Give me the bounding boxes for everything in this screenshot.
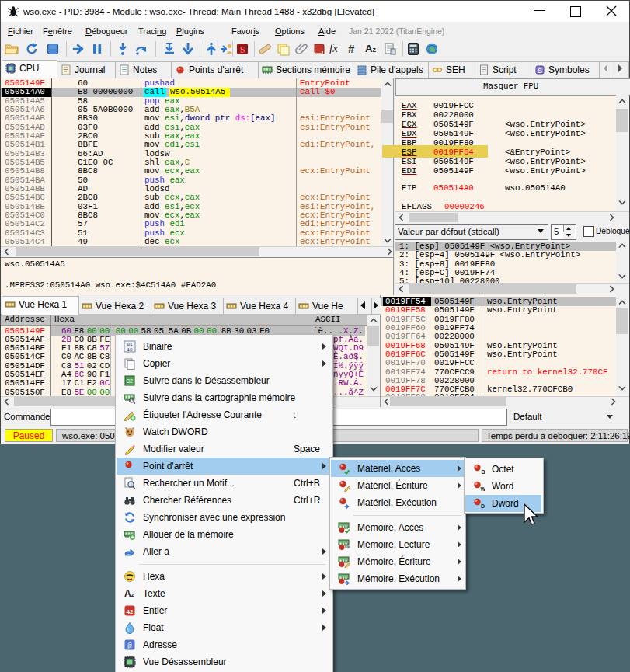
svg-text:32: 32 [127,378,133,384]
svg-text:42: 42 [127,608,134,615]
svg-text:S: S [538,67,542,75]
svg-text:D: D [481,503,485,509]
svg-text:S: S [240,44,245,55]
svg-text:B: B [482,469,486,475]
svg-text:W: W [481,486,486,492]
svg-text:10: 10 [127,347,133,353]
svg-text:@: @ [127,642,132,650]
